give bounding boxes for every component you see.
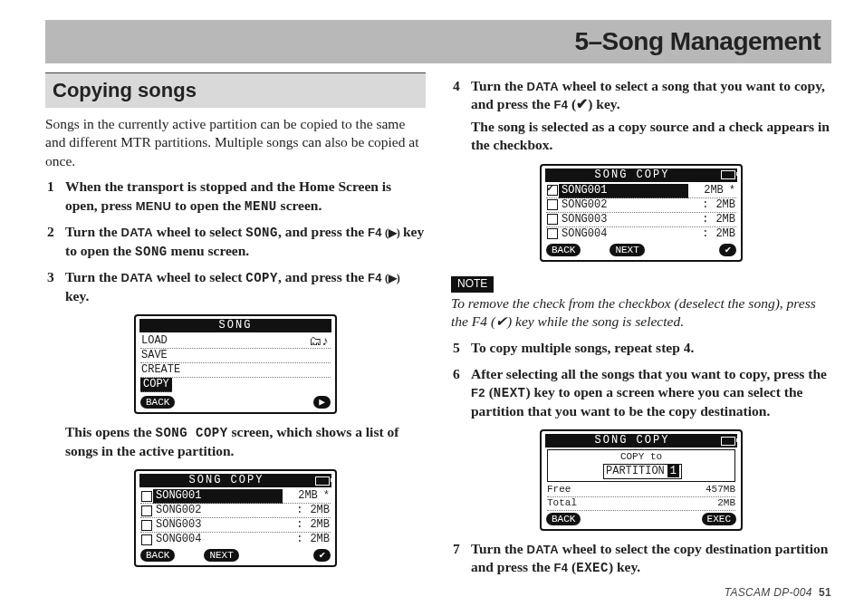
left-column: Copying songs Songs in the currently act…	[45, 72, 426, 600]
list-item: SONG002:2MB	[140, 504, 331, 518]
list-item: SONG001:2MB*	[140, 489, 331, 504]
menu-item-save: SAVE	[140, 349, 331, 363]
menu-item-load: LOAD	[140, 334, 331, 349]
list-item: SONG004:2MB	[546, 227, 736, 241]
note-text: To remove the check from the checkbox (d…	[451, 294, 831, 332]
screen-song-menu: SONG 🗂♪ LOAD SAVE CREATE COPY BACK . . ▶	[134, 314, 337, 414]
softkey-check: ✔	[313, 549, 331, 562]
softkey-exec: EXEC	[702, 513, 736, 525]
softkey-back: BACK	[140, 396, 175, 409]
battery-icon	[315, 476, 330, 486]
softkey-right: ▶	[313, 396, 331, 409]
softkey-back: BACK	[546, 244, 581, 256]
list-item: SONG001:2MB*	[546, 184, 736, 198]
intro-paragraph: Songs in the currently active partition …	[45, 115, 426, 170]
softkey-back: BACK	[140, 549, 175, 562]
list-item: SONG002:2MB	[546, 198, 736, 213]
step-4: Turn the DATA wheel to select a song tha…	[451, 77, 831, 155]
menu-item-copy: COPY	[140, 378, 172, 392]
softkey-check: ✔	[719, 244, 736, 256]
chapter-title: 5–Song Management	[574, 27, 821, 56]
section-title: Copying songs	[53, 79, 197, 101]
battery-icon	[721, 437, 735, 446]
step-3: Turn the DATA wheel to select COPY, and …	[45, 268, 426, 305]
step-5: To copy multiple songs, repeat step 4.	[451, 339, 831, 357]
softkey-next: NEXT	[610, 244, 644, 256]
folder-music-icon: 🗂♪	[307, 334, 331, 351]
step-1: When the transport is stopped and the Ho…	[45, 178, 426, 215]
step-6: After selecting all the songs that you w…	[451, 365, 831, 420]
screen-song-copy-checked: SONG COPY SONG001:2MB* SONG002:2MB SONG0…	[540, 164, 743, 262]
chapter-header: 5–Song Management	[45, 20, 831, 63]
screen-song-copy-list: SONG COPY SONG001:2MB* SONG002:2MB SONG0…	[134, 469, 337, 567]
screen-song-copy-dest: SONG COPY COPY to PARTITION1 Free457MB T…	[540, 429, 743, 530]
after-songmenu-text: This opens the SONG COPY screen, which s…	[45, 423, 426, 460]
softkey-next: NEXT	[204, 549, 238, 562]
list-item: SONG004:2MB	[140, 533, 331, 546]
battery-icon	[721, 170, 735, 179]
menu-item-create: CREATE	[140, 363, 331, 378]
page-footer: TASCAM DP-004 51	[451, 586, 831, 601]
list-item: SONG003:2MB	[546, 213, 736, 227]
softkey-back: BACK	[546, 513, 581, 525]
step-7: Turn the DATA wheel to select the copy d…	[451, 540, 831, 577]
note-label: NOTE	[451, 276, 494, 293]
step-2: Turn the DATA wheel to select SONG, and …	[45, 223, 426, 260]
right-column: Turn the DATA wheel to select a song tha…	[451, 72, 831, 600]
list-item: SONG003:2MB	[140, 518, 331, 533]
section-header: Copying songs	[45, 72, 426, 108]
